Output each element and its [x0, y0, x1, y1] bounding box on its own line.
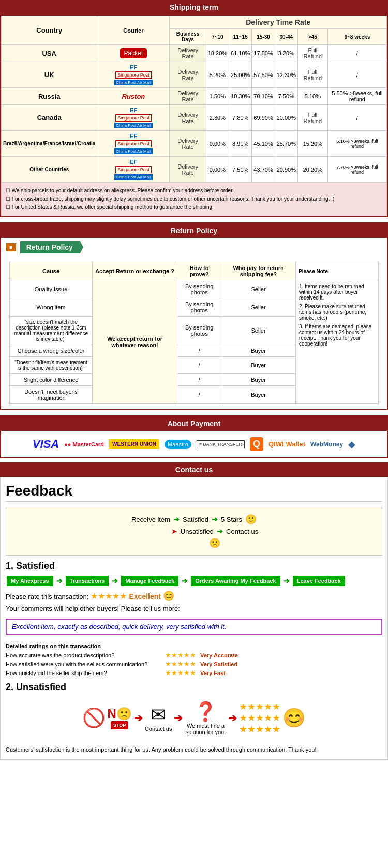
courier-usa: Packet	[97, 45, 170, 62]
big-stars-2: ★★★★★	[239, 712, 280, 724]
pct-15-30-usa: 17.50%	[252, 45, 275, 62]
frown-emoji: 🙁	[209, 537, 220, 549]
detailed-title: Detailed ratings on this transaction	[6, 643, 382, 649]
unsatisfied-flow: 🚫 N🙁 STOP ➔ ✉ Contact us ➔ ❓ W	[6, 696, 382, 740]
feedback-title: Feedback	[6, 483, 382, 502]
payment-logos-container: VISA ●● MasterCard WESTERN UNION Maestro…	[1, 431, 387, 457]
singapore-logo: Singapore Post	[115, 71, 152, 79]
country-other: Other Countries	[2, 157, 97, 183]
step-my-aliexpress[interactable]: My Aliexpress	[7, 576, 53, 586]
airmail-logo-ot: China Post Air Mail	[114, 174, 153, 180]
pct-11-15-usa: 61.10%	[229, 45, 252, 62]
big-stars: ★★★★★	[239, 701, 280, 712]
email-icon: ✉	[145, 704, 172, 726]
stars-item: ★★★★★ ★★★★★ ★★★★★	[239, 701, 280, 735]
ems-logo-br: EF	[130, 133, 137, 139]
courier-russia: Ruston	[97, 88, 170, 105]
no-sign-wrapper: 🚫	[82, 707, 106, 729]
business-days-header: Business Days	[170, 29, 206, 45]
country-canada: Canada	[2, 105, 97, 131]
smile-emoji-1: 🙂	[245, 514, 257, 525]
visa-logo: VISA	[33, 438, 59, 451]
arrow-2: ➔	[212, 515, 218, 523]
airmail-logo-ca: China Post Air Mail	[114, 123, 153, 128]
solution-label: We must find a solution for you.	[185, 723, 226, 735]
delivery-time-header: Delivery Time Rate	[170, 16, 387, 29]
detail-qual-1: Very Satisfied	[200, 661, 237, 667]
webmoney-icon: ◆	[348, 439, 355, 450]
note-2: ☐ For cross-broad trade, shipping may sl…	[6, 195, 382, 203]
stop-sign-item: N🙁 STOP	[108, 707, 132, 729]
pct-30-44-russia: 7.50%	[275, 88, 297, 105]
mastercard-logo: ●● MasterCard	[64, 441, 104, 447]
cause-6: Doesn't meet buyer's imagination	[10, 386, 93, 404]
return-table-header: Cause Accept Return or exchange ? How to…	[10, 262, 379, 280]
step-transactions[interactable]: Transactions	[66, 576, 109, 586]
pct-45-russia: 5.10%	[297, 88, 327, 105]
detail-row-1: How satisfied were you with the seller's…	[6, 660, 382, 668]
flow-row-2: ➤ Unsatisfied ➔ Contact us	[171, 527, 258, 535]
airmail-logo-br: China Post Air Mail	[114, 148, 153, 154]
shipping-row-usa: USA Packet Delivery Rate 18.20% 61.10% 1…	[2, 45, 387, 62]
return-row-0: Quality Issue We accept return for whate…	[10, 280, 379, 298]
arrow-down: ➤	[171, 527, 177, 535]
note-3: ☐ For United States & Russia, we offer s…	[6, 203, 382, 212]
who-4: Buyer	[221, 357, 296, 374]
pct-11-15-uk: 25.00%	[229, 62, 252, 88]
prove-2: By sending photos	[177, 317, 221, 345]
cause-4: "Doesn't fit(item's measurement is the s…	[10, 357, 93, 374]
cause-3: Choose a wrong size/color	[10, 345, 93, 357]
step-manage-feedback[interactable]: Manage Feedback	[121, 576, 178, 586]
return-header: Return Policy	[1, 223, 387, 238]
delivery-rate-canada: Delivery Rate	[170, 105, 206, 131]
comments-text: Your comments will help other buyers! Pl…	[6, 605, 382, 612]
who-0: Seller	[221, 280, 296, 298]
detail-row-0: How accurate was the product description…	[6, 651, 382, 659]
contact-us-flow-label: Contact us	[226, 528, 258, 535]
no-icon-item: 🚫	[82, 707, 106, 729]
contact-header: Contact us	[0, 462, 388, 477]
question-item: ❓ We must find a solution for you.	[185, 701, 226, 735]
question-icon: ❓	[185, 701, 226, 723]
who-2: Seller	[221, 317, 296, 345]
singapore-logo-ca: Singapore Post	[115, 114, 152, 122]
arrow-1: ➔	[173, 515, 180, 523]
return-icon: ■	[6, 243, 16, 251]
th-accept: Accept Return or exchange ?	[93, 262, 177, 280]
shipping-row-uk: UK EF Singapore Post China Post Air Mail…	[2, 62, 387, 88]
stars-wrapper: ★★★★★ ★★★★★ ★★★★★	[239, 701, 280, 735]
flow-arrow-3: ➔	[228, 712, 237, 724]
western-union-logo: WESTERN UNION	[109, 439, 159, 449]
frown-face: 🙁	[209, 538, 220, 548]
shipping-notes-row: ☐ We ship parcels to your default addres…	[2, 183, 387, 216]
country-usa: USA	[2, 45, 97, 62]
pct-7-10-russia: 1.50%	[206, 88, 229, 105]
step-leave-feedback[interactable]: Leave Feedback	[293, 576, 345, 586]
prove-4: /	[177, 357, 221, 374]
th-cause: Cause	[10, 262, 93, 280]
stop-icon: STOP	[111, 721, 128, 729]
step-arrow-4: ➔	[283, 577, 290, 585]
col45-header: >45	[297, 29, 327, 45]
cause-5: Slight color difference	[10, 374, 93, 386]
th-who-pay: Who pay for return shipping fee?	[221, 262, 296, 280]
detail-row-2: How quickly did the seller ship the item…	[6, 669, 382, 677]
pct-6-8-usa: /	[327, 45, 386, 62]
pct-6-8-russia: 5.50% >8weeks, full refund	[327, 88, 386, 105]
airmail-logo: China Post Air Mail	[114, 80, 153, 85]
pct-15-30-russia: 70.10%	[252, 88, 275, 105]
courier-other: EF Singapore Post China Post Air Mail	[97, 157, 170, 183]
ruston-logo: Ruston	[122, 93, 145, 100]
step-orders-awaiting[interactable]: Orders Awaiting My Feedback	[191, 576, 280, 586]
payment-header: About Payment	[1, 416, 387, 431]
delivery-rate-usa: Delivery Rate	[170, 45, 206, 62]
accept-all: We accept return for whatever reason!	[93, 280, 177, 404]
unsatisfied-label: Unsatisfied	[181, 528, 214, 535]
step-arrow-3: ➔	[182, 577, 188, 585]
satisfied-title: 1. Satisfied	[6, 561, 382, 572]
pct-30-44-usa: 3.20%	[275, 45, 297, 62]
shipping-row-other: Other Countries EF Singapore Post China …	[2, 157, 387, 183]
step-arrow-1: ➔	[56, 577, 63, 585]
col7-10-header: 7~10	[206, 29, 229, 45]
bottom-text: Customers' satisfaction is the most impo…	[6, 745, 382, 754]
